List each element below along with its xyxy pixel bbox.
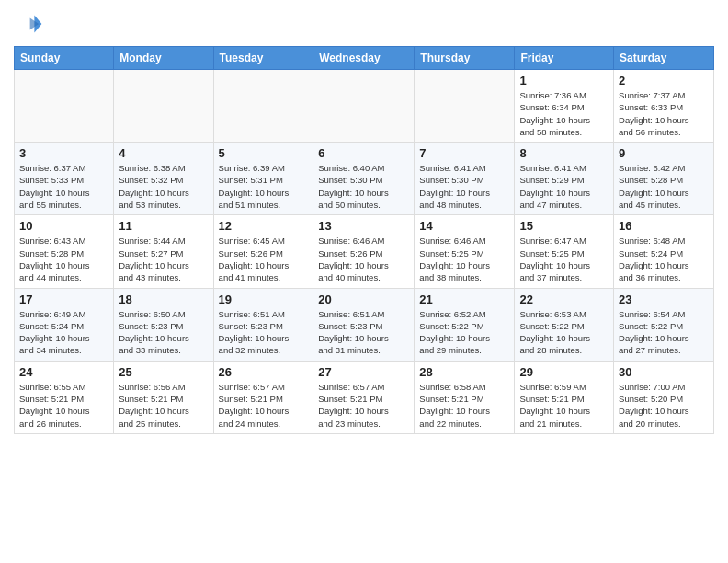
day-number: 9 <box>619 146 709 160</box>
week-row-2: 3Sunrise: 6:37 AM Sunset: 5:33 PM Daylig… <box>15 143 714 215</box>
weekday-wednesday: Wednesday <box>313 47 415 70</box>
day-cell: 19Sunrise: 6:51 AM Sunset: 5:23 PM Dayli… <box>213 288 313 361</box>
day-cell: 2Sunrise: 7:37 AM Sunset: 6:33 PM Daylig… <box>614 70 714 143</box>
day-cell: 22Sunrise: 6:53 AM Sunset: 5:22 PM Dayli… <box>515 288 614 361</box>
day-info: Sunrise: 6:46 AM Sunset: 5:26 PM Dayligh… <box>318 235 409 283</box>
week-row-4: 17Sunrise: 6:49 AM Sunset: 5:24 PM Dayli… <box>15 288 714 361</box>
day-cell: 30Sunrise: 7:00 AM Sunset: 5:20 PM Dayli… <box>614 361 714 433</box>
day-cell: 16Sunrise: 6:48 AM Sunset: 5:24 PM Dayli… <box>614 215 714 288</box>
day-info: Sunrise: 6:51 AM Sunset: 5:23 PM Dayligh… <box>219 308 309 357</box>
day-info: Sunrise: 6:48 AM Sunset: 5:24 PM Dayligh… <box>619 235 709 283</box>
day-info: Sunrise: 7:36 AM Sunset: 6:34 PM Dayligh… <box>519 89 609 138</box>
day-cell: 9Sunrise: 6:42 AM Sunset: 5:28 PM Daylig… <box>614 143 714 215</box>
day-info: Sunrise: 6:58 AM Sunset: 5:21 PM Dayligh… <box>419 381 509 430</box>
day-cell: 28Sunrise: 6:58 AM Sunset: 5:21 PM Dayli… <box>415 361 515 433</box>
day-number: 6 <box>318 146 409 160</box>
day-number: 21 <box>419 293 509 306</box>
day-cell: 3Sunrise: 6:37 AM Sunset: 5:33 PM Daylig… <box>15 143 114 215</box>
day-info: Sunrise: 6:56 AM Sunset: 5:21 PM Dayligh… <box>119 381 208 430</box>
day-number: 26 <box>219 365 309 379</box>
day-info: Sunrise: 6:51 AM Sunset: 5:23 PM Dayligh… <box>318 308 409 357</box>
day-cell: 6Sunrise: 6:40 AM Sunset: 5:30 PM Daylig… <box>313 143 415 215</box>
day-number: 12 <box>219 219 309 233</box>
day-number: 8 <box>519 146 609 160</box>
day-info: Sunrise: 6:42 AM Sunset: 5:28 PM Dayligh… <box>619 162 709 211</box>
day-number: 25 <box>119 365 208 379</box>
week-row-3: 10Sunrise: 6:43 AM Sunset: 5:28 PM Dayli… <box>15 215 714 288</box>
logo <box>14 9 47 39</box>
day-info: Sunrise: 6:57 AM Sunset: 5:21 PM Dayligh… <box>318 381 409 430</box>
day-info: Sunrise: 6:41 AM Sunset: 5:29 PM Dayligh… <box>519 162 609 211</box>
day-number: 10 <box>19 219 108 233</box>
day-info: Sunrise: 6:59 AM Sunset: 5:21 PM Dayligh… <box>519 381 609 430</box>
day-info: Sunrise: 6:52 AM Sunset: 5:22 PM Dayligh… <box>419 308 509 357</box>
day-info: Sunrise: 6:38 AM Sunset: 5:32 PM Dayligh… <box>119 162 208 211</box>
day-number: 27 <box>318 365 409 379</box>
day-info: Sunrise: 6:55 AM Sunset: 5:21 PM Dayligh… <box>19 381 108 430</box>
day-cell: 21Sunrise: 6:52 AM Sunset: 5:22 PM Dayli… <box>415 288 515 361</box>
day-number: 11 <box>119 219 208 233</box>
day-cell: 23Sunrise: 6:54 AM Sunset: 5:22 PM Dayli… <box>614 288 714 361</box>
day-info: Sunrise: 6:44 AM Sunset: 5:27 PM Dayligh… <box>119 235 208 283</box>
day-cell: 7Sunrise: 6:41 AM Sunset: 5:30 PM Daylig… <box>415 143 515 215</box>
day-number: 29 <box>519 365 609 379</box>
day-number: 13 <box>318 219 409 233</box>
day-cell <box>313 70 415 143</box>
day-info: Sunrise: 6:49 AM Sunset: 5:24 PM Dayligh… <box>19 308 108 357</box>
weekday-saturday: Saturday <box>614 47 714 70</box>
day-number: 23 <box>619 293 709 306</box>
day-info: Sunrise: 7:00 AM Sunset: 5:20 PM Dayligh… <box>619 381 709 430</box>
day-info: Sunrise: 6:43 AM Sunset: 5:28 PM Dayligh… <box>19 235 108 283</box>
day-number: 3 <box>19 146 108 160</box>
week-row-1: 1Sunrise: 7:36 AM Sunset: 6:34 PM Daylig… <box>15 70 714 143</box>
day-cell: 13Sunrise: 6:46 AM Sunset: 5:26 PM Dayli… <box>313 215 415 288</box>
weekday-header-row: SundayMondayTuesdayWednesdayThursdayFrid… <box>15 47 714 70</box>
day-cell: 25Sunrise: 6:56 AM Sunset: 5:21 PM Dayli… <box>114 361 213 433</box>
day-info: Sunrise: 7:37 AM Sunset: 6:33 PM Dayligh… <box>619 89 709 138</box>
day-info: Sunrise: 6:46 AM Sunset: 5:25 PM Dayligh… <box>419 235 509 283</box>
calendar-table: SundayMondayTuesdayWednesdayThursdayFrid… <box>14 46 714 434</box>
day-cell: 11Sunrise: 6:44 AM Sunset: 5:27 PM Dayli… <box>114 215 213 288</box>
day-cell: 4Sunrise: 6:38 AM Sunset: 5:32 PM Daylig… <box>114 143 213 215</box>
day-cell <box>415 70 515 143</box>
day-cell: 26Sunrise: 6:57 AM Sunset: 5:21 PM Dayli… <box>213 361 313 433</box>
day-cell <box>15 70 114 143</box>
day-number: 4 <box>119 146 208 160</box>
day-info: Sunrise: 6:50 AM Sunset: 5:23 PM Dayligh… <box>119 308 208 357</box>
day-cell: 20Sunrise: 6:51 AM Sunset: 5:23 PM Dayli… <box>313 288 415 361</box>
day-info: Sunrise: 6:39 AM Sunset: 5:31 PM Dayligh… <box>219 162 309 211</box>
page: SundayMondayTuesdayWednesdayThursdayFrid… <box>0 0 728 443</box>
header <box>14 9 714 39</box>
day-info: Sunrise: 6:47 AM Sunset: 5:25 PM Dayligh… <box>519 235 609 283</box>
day-number: 28 <box>419 365 509 379</box>
day-number: 1 <box>519 74 609 87</box>
day-cell <box>213 70 313 143</box>
day-info: Sunrise: 6:57 AM Sunset: 5:21 PM Dayligh… <box>219 381 309 430</box>
weekday-monday: Monday <box>114 47 213 70</box>
day-number: 7 <box>419 146 509 160</box>
day-info: Sunrise: 6:45 AM Sunset: 5:26 PM Dayligh… <box>219 235 309 283</box>
day-number: 5 <box>219 146 309 160</box>
day-cell: 5Sunrise: 6:39 AM Sunset: 5:31 PM Daylig… <box>213 143 313 215</box>
day-cell: 15Sunrise: 6:47 AM Sunset: 5:25 PM Dayli… <box>515 215 614 288</box>
day-cell <box>114 70 213 143</box>
day-number: 30 <box>619 365 709 379</box>
day-cell: 29Sunrise: 6:59 AM Sunset: 5:21 PM Dayli… <box>515 361 614 433</box>
logo-icon <box>14 9 43 39</box>
day-number: 18 <box>119 293 208 306</box>
day-cell: 14Sunrise: 6:46 AM Sunset: 5:25 PM Dayli… <box>415 215 515 288</box>
day-info: Sunrise: 6:37 AM Sunset: 5:33 PM Dayligh… <box>19 162 108 211</box>
day-cell: 18Sunrise: 6:50 AM Sunset: 5:23 PM Dayli… <box>114 288 213 361</box>
day-number: 16 <box>619 219 709 233</box>
day-cell: 27Sunrise: 6:57 AM Sunset: 5:21 PM Dayli… <box>313 361 415 433</box>
day-cell: 12Sunrise: 6:45 AM Sunset: 5:26 PM Dayli… <box>213 215 313 288</box>
day-info: Sunrise: 6:53 AM Sunset: 5:22 PM Dayligh… <box>519 308 609 357</box>
day-number: 24 <box>19 365 108 379</box>
day-number: 20 <box>318 293 409 306</box>
weekday-tuesday: Tuesday <box>213 47 313 70</box>
day-number: 17 <box>19 293 108 306</box>
weekday-thursday: Thursday <box>415 47 515 70</box>
weekday-sunday: Sunday <box>15 47 114 70</box>
day-number: 22 <box>519 293 609 306</box>
week-row-5: 24Sunrise: 6:55 AM Sunset: 5:21 PM Dayli… <box>15 361 714 433</box>
